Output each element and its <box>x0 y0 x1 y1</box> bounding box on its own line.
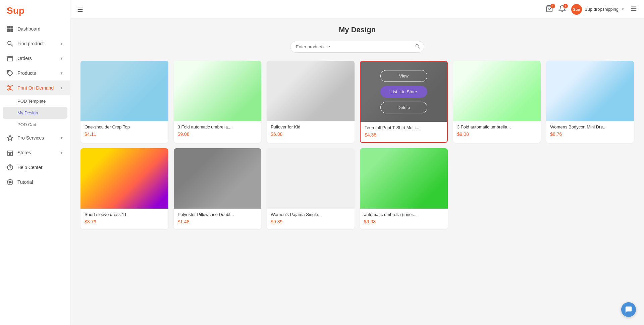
view-button[interactable]: View <box>380 70 427 82</box>
product-card[interactable]: ViewList it to StoreDeleteTeen full-Prin… <box>360 61 448 143</box>
notifications-button[interactable]: 1 <box>558 5 566 14</box>
svg-line-13 <box>9 88 11 89</box>
product-image-placeholder <box>80 61 168 121</box>
search-submit-icon[interactable] <box>415 44 420 50</box>
product-price: $6.88 <box>271 131 351 137</box>
user-menu-button[interactable]: Sup Sup dropshipping ▼ <box>571 4 625 15</box>
sidebar-item-dashboard[interactable]: Dashboard <box>0 21 70 36</box>
help-icon <box>7 164 13 171</box>
sidebar-label-help-center: Help Center <box>17 165 43 170</box>
svg-rect-3 <box>10 29 13 32</box>
product-card[interactable]: automatic umbrella (inner...$9.08 <box>360 148 448 229</box>
search-nav-icon <box>7 40 13 47</box>
chevron-down-icon: ▼ <box>60 56 63 60</box>
top-hamburger-icon[interactable] <box>630 5 637 14</box>
list-to-store-button[interactable]: List it to Store <box>380 86 427 98</box>
svg-line-25 <box>418 47 420 48</box>
user-chevron-icon: ▼ <box>621 7 625 11</box>
product-card[interactable]: Polyester Pillowcase Doubl...$1.48 <box>174 148 262 229</box>
chat-button[interactable] <box>621 302 636 317</box>
product-name: Women's Pajama Single... <box>271 212 351 217</box>
product-price: $9.39 <box>271 219 351 224</box>
product-image-placeholder <box>174 61 262 121</box>
top-bar: ☰ 1 1 Sup Sup dropshipping ▼ <box>70 0 644 19</box>
sidebar-item-pod-template[interactable]: POD Template <box>0 95 70 107</box>
product-card[interactable]: Pullover for Kid$6.88 <box>267 61 355 143</box>
delete-button[interactable]: Delete <box>380 102 427 113</box>
product-name: 3 Fold automatic umbrella... <box>178 124 258 129</box>
svg-rect-0 <box>7 26 10 29</box>
product-info: automatic umbrella (inner...$9.08 <box>360 209 448 229</box>
product-image: ViewList it to StoreDelete <box>361 61 447 122</box>
product-price: $9.08 <box>178 131 258 137</box>
box-icon <box>7 55 13 62</box>
product-price: $8.76 <box>550 131 630 137</box>
product-image <box>174 61 262 121</box>
search-input[interactable] <box>290 41 424 53</box>
product-name: One-shoulder Crop Top <box>85 124 164 129</box>
notification-badge: 1 <box>563 4 568 8</box>
sidebar-item-tutorial[interactable]: Tutorial <box>0 175 70 189</box>
product-name: 3 Fold automatic umbrella... <box>457 124 537 129</box>
product-info: Teen full-Print T-Shirt Multi...$4.36 <box>361 122 447 142</box>
cart-badge: 1 <box>550 4 555 8</box>
product-image-placeholder <box>80 148 168 209</box>
star-icon <box>7 134 13 141</box>
product-name: automatic umbrella (inner... <box>364 212 444 217</box>
chevron-down-icon: ▼ <box>60 136 63 140</box>
sidebar-item-orders[interactable]: Orders ▼ <box>0 51 70 66</box>
logo: Sup <box>0 0 70 21</box>
product-price: $4.11 <box>85 131 164 137</box>
product-card[interactable]: One-shoulder Crop Top$4.11 <box>80 61 168 143</box>
svg-point-4 <box>8 41 11 45</box>
play-icon <box>7 179 13 185</box>
sidebar-item-print-on-demand[interactable]: Print On Demand ▲ <box>0 80 70 95</box>
avatar: Sup <box>571 4 582 15</box>
sidebar-item-pod-cart[interactable]: POD Cart <box>0 119 70 130</box>
cart-button[interactable]: 1 <box>546 5 553 14</box>
product-info: Short sleeve dress 11$8.79 <box>80 209 168 229</box>
sidebar-label-dashboard: Dashboard <box>17 26 41 32</box>
logo-text: Sup <box>7 5 24 16</box>
sidebar-item-help-center[interactable]: Help Center <box>0 160 70 175</box>
sidebar-item-stores[interactable]: Stores ▼ <box>0 145 70 160</box>
product-image-placeholder <box>360 148 448 209</box>
store-icon <box>7 149 13 156</box>
sidebar-label-pro-services: Pro Services <box>17 135 44 141</box>
product-grid: One-shoulder Crop Top$4.113 Fold automat… <box>80 61 634 229</box>
sidebar-item-my-design[interactable]: My Design <box>3 107 67 119</box>
svg-marker-19 <box>9 181 12 183</box>
product-card[interactable]: Womens Bodycon Mini Dre...$8.76 <box>546 61 634 143</box>
chevron-down-icon: ▼ <box>60 42 63 46</box>
grid-icon <box>7 25 13 32</box>
product-image <box>267 148 355 209</box>
product-name: Short sleeve dress 11 <box>85 212 164 217</box>
svg-rect-1 <box>10 26 13 29</box>
sidebar-item-products[interactable]: Products ▼ <box>0 66 70 80</box>
product-image <box>546 61 634 121</box>
product-card[interactable]: Short sleeve dress 11$8.79 <box>80 148 168 229</box>
svg-rect-6 <box>7 57 13 61</box>
product-price: $9.08 <box>457 131 537 137</box>
main-area: ☰ 1 1 Sup Sup dropshipping ▼ My Design <box>70 0 644 325</box>
product-info: Pullover for Kid$6.88 <box>267 121 355 142</box>
product-info: 3 Fold automatic umbrella...$9.08 <box>453 121 541 142</box>
svg-line-11 <box>9 89 13 91</box>
sidebar-item-find-product[interactable]: Find product ▼ <box>0 36 70 51</box>
search-bar <box>80 41 634 53</box>
sidebar-item-pro-services[interactable]: Pro Services ▼ <box>0 130 70 145</box>
product-overlay: ViewList it to StoreDelete <box>361 61 447 122</box>
svg-line-10 <box>9 86 13 87</box>
product-card[interactable]: 3 Fold automatic umbrella...$9.08 <box>453 61 541 143</box>
hamburger-menu-icon[interactable]: ☰ <box>77 5 83 13</box>
product-card[interactable]: Women's Pajama Single...$9.39 <box>267 148 355 229</box>
product-info: Polyester Pillowcase Doubl...$1.48 <box>174 209 262 229</box>
product-info: Women's Pajama Single...$9.39 <box>267 209 355 229</box>
product-image <box>360 148 448 209</box>
product-info: 3 Fold automatic umbrella...$9.08 <box>174 121 262 142</box>
svg-marker-14 <box>7 135 13 141</box>
product-card[interactable]: 3 Fold automatic umbrella...$9.08 <box>174 61 262 143</box>
svg-rect-15 <box>9 153 11 155</box>
product-price: $8.79 <box>85 219 164 224</box>
svg-point-24 <box>416 44 418 47</box>
